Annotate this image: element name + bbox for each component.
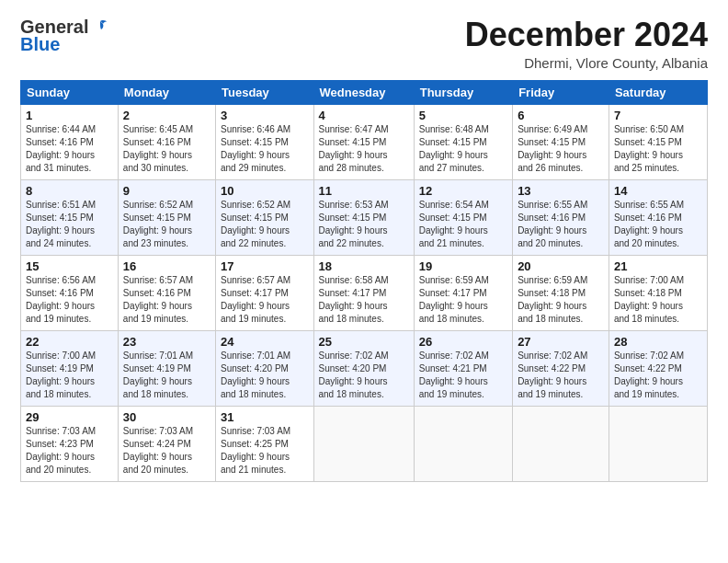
day-info: Sunrise: 6:55 AM Sunset: 4:16 PM Dayligh… <box>614 199 702 250</box>
day-number: 21 <box>614 259 702 273</box>
day-info: Sunrise: 6:58 AM Sunset: 4:17 PM Dayligh… <box>319 274 409 326</box>
calendar-cell: 22Sunrise: 7:00 AM Sunset: 4:19 PM Dayli… <box>21 330 119 406</box>
day-number: 12 <box>419 184 507 198</box>
calendar-cell: 9Sunrise: 6:52 AM Sunset: 4:15 PM Daylig… <box>118 179 215 255</box>
calendar-header-row: SundayMondayTuesdayWednesdayThursdayFrid… <box>21 80 708 104</box>
logo-bird-icon <box>90 17 110 38</box>
day-number: 29 <box>26 410 113 424</box>
day-info: Sunrise: 6:54 AM Sunset: 4:15 PM Dayligh… <box>419 199 507 250</box>
calendar-week-4: 22Sunrise: 7:00 AM Sunset: 4:19 PM Dayli… <box>21 330 708 406</box>
day-info: Sunrise: 7:00 AM Sunset: 4:18 PM Dayligh… <box>614 274 702 326</box>
day-info: Sunrise: 7:02 AM Sunset: 4:22 PM Dayligh… <box>614 350 702 401</box>
calendar-header-monday: Monday <box>118 80 215 104</box>
day-number: 31 <box>221 410 309 424</box>
day-info: Sunrise: 6:47 AM Sunset: 4:15 PM Dayligh… <box>319 123 409 175</box>
day-info: Sunrise: 7:03 AM Sunset: 4:24 PM Dayligh… <box>123 425 210 477</box>
calendar-cell: 29Sunrise: 7:03 AM Sunset: 4:23 PM Dayli… <box>21 406 119 481</box>
calendar-cell: 16Sunrise: 6:57 AM Sunset: 4:16 PM Dayli… <box>118 255 215 330</box>
day-number: 25 <box>319 335 409 349</box>
day-info: Sunrise: 7:00 AM Sunset: 4:19 PM Dayligh… <box>26 350 113 401</box>
calendar-cell: 14Sunrise: 6:55 AM Sunset: 4:16 PM Dayli… <box>609 179 707 255</box>
calendar-cell <box>313 406 414 481</box>
day-number: 26 <box>419 335 507 349</box>
day-info: Sunrise: 7:01 AM Sunset: 4:19 PM Dayligh… <box>123 350 210 401</box>
calendar-cell: 25Sunrise: 7:02 AM Sunset: 4:20 PM Dayli… <box>313 330 414 406</box>
day-number: 15 <box>26 259 113 273</box>
day-number: 23 <box>123 335 210 349</box>
calendar-body: 1Sunrise: 6:44 AM Sunset: 4:16 PM Daylig… <box>21 104 708 481</box>
calendar-week-2: 8Sunrise: 6:51 AM Sunset: 4:15 PM Daylig… <box>21 179 708 255</box>
day-info: Sunrise: 6:49 AM Sunset: 4:15 PM Dayligh… <box>518 123 604 175</box>
calendar-header-sunday: Sunday <box>21 80 119 104</box>
calendar-cell: 26Sunrise: 7:02 AM Sunset: 4:21 PM Dayli… <box>414 330 512 406</box>
day-info: Sunrise: 6:52 AM Sunset: 4:15 PM Dayligh… <box>221 199 309 250</box>
calendar-header-saturday: Saturday <box>609 80 707 104</box>
calendar-header-wednesday: Wednesday <box>313 80 414 104</box>
day-number: 30 <box>123 410 210 424</box>
day-info: Sunrise: 6:56 AM Sunset: 4:16 PM Dayligh… <box>26 274 113 326</box>
calendar-cell: 12Sunrise: 6:54 AM Sunset: 4:15 PM Dayli… <box>414 179 512 255</box>
day-number: 17 <box>221 259 309 273</box>
day-number: 13 <box>518 184 604 198</box>
day-info: Sunrise: 6:55 AM Sunset: 4:16 PM Dayligh… <box>518 199 604 250</box>
day-number: 10 <box>221 184 309 198</box>
calendar-cell: 11Sunrise: 6:53 AM Sunset: 4:15 PM Dayli… <box>313 179 414 255</box>
calendar-cell: 3Sunrise: 6:46 AM Sunset: 4:15 PM Daylig… <box>216 104 314 179</box>
day-info: Sunrise: 6:51 AM Sunset: 4:15 PM Dayligh… <box>26 199 113 250</box>
day-info: Sunrise: 6:44 AM Sunset: 4:16 PM Dayligh… <box>26 123 113 175</box>
page: General Blue December 2024 Dhermi, Vlore… <box>0 0 728 493</box>
calendar-cell: 8Sunrise: 6:51 AM Sunset: 4:15 PM Daylig… <box>21 179 119 255</box>
day-number: 16 <box>123 259 210 273</box>
day-info: Sunrise: 7:03 AM Sunset: 4:23 PM Dayligh… <box>26 425 113 477</box>
calendar-cell: 6Sunrise: 6:49 AM Sunset: 4:15 PM Daylig… <box>513 104 609 179</box>
calendar-cell: 21Sunrise: 7:00 AM Sunset: 4:18 PM Dayli… <box>609 255 707 330</box>
day-number: 22 <box>26 335 113 349</box>
day-number: 20 <box>518 259 604 273</box>
calendar-header-tuesday: Tuesday <box>216 80 314 104</box>
day-number: 2 <box>123 109 210 122</box>
day-number: 7 <box>614 109 702 122</box>
day-info: Sunrise: 6:48 AM Sunset: 4:15 PM Dayligh… <box>419 123 507 175</box>
day-info: Sunrise: 6:52 AM Sunset: 4:15 PM Dayligh… <box>123 199 210 250</box>
calendar-cell: 27Sunrise: 7:02 AM Sunset: 4:22 PM Dayli… <box>513 330 609 406</box>
day-number: 5 <box>419 109 507 122</box>
day-info: Sunrise: 6:57 AM Sunset: 4:17 PM Dayligh… <box>221 274 309 326</box>
calendar-cell: 5Sunrise: 6:48 AM Sunset: 4:15 PM Daylig… <box>414 104 512 179</box>
calendar-cell: 13Sunrise: 6:55 AM Sunset: 4:16 PM Dayli… <box>513 179 609 255</box>
logo-blue: Blue <box>20 34 60 55</box>
calendar-cell: 1Sunrise: 6:44 AM Sunset: 4:16 PM Daylig… <box>21 104 119 179</box>
calendar-cell: 7Sunrise: 6:50 AM Sunset: 4:15 PM Daylig… <box>609 104 707 179</box>
day-number: 27 <box>518 335 604 349</box>
calendar-cell: 28Sunrise: 7:02 AM Sunset: 4:22 PM Dayli… <box>609 330 707 406</box>
calendar-cell: 20Sunrise: 6:59 AM Sunset: 4:18 PM Dayli… <box>513 255 609 330</box>
day-info: Sunrise: 6:50 AM Sunset: 4:15 PM Dayligh… <box>614 123 702 175</box>
day-number: 14 <box>614 184 702 198</box>
calendar-cell: 30Sunrise: 7:03 AM Sunset: 4:24 PM Dayli… <box>118 406 215 481</box>
calendar-cell <box>414 406 512 481</box>
calendar-cell: 4Sunrise: 6:47 AM Sunset: 4:15 PM Daylig… <box>313 104 414 179</box>
day-info: Sunrise: 7:02 AM Sunset: 4:22 PM Dayligh… <box>518 350 604 401</box>
calendar-cell <box>513 406 609 481</box>
calendar-header-thursday: Thursday <box>414 80 512 104</box>
day-number: 24 <box>221 335 309 349</box>
calendar-cell: 24Sunrise: 7:01 AM Sunset: 4:20 PM Dayli… <box>216 330 314 406</box>
logo: General Blue <box>20 17 110 55</box>
day-number: 3 <box>221 109 309 122</box>
day-info: Sunrise: 6:57 AM Sunset: 4:16 PM Dayligh… <box>123 274 210 326</box>
calendar: SundayMondayTuesdayWednesdayThursdayFrid… <box>20 80 708 482</box>
calendar-week-3: 15Sunrise: 6:56 AM Sunset: 4:16 PM Dayli… <box>21 255 708 330</box>
calendar-header-friday: Friday <box>513 80 609 104</box>
calendar-cell: 23Sunrise: 7:01 AM Sunset: 4:19 PM Dayli… <box>118 330 215 406</box>
calendar-cell: 10Sunrise: 6:52 AM Sunset: 4:15 PM Dayli… <box>216 179 314 255</box>
calendar-week-1: 1Sunrise: 6:44 AM Sunset: 4:16 PM Daylig… <box>21 104 708 179</box>
subtitle: Dhermi, Vlore County, Albania <box>465 55 708 71</box>
calendar-cell: 31Sunrise: 7:03 AM Sunset: 4:25 PM Dayli… <box>216 406 314 481</box>
day-info: Sunrise: 6:59 AM Sunset: 4:17 PM Dayligh… <box>419 274 507 326</box>
day-info: Sunrise: 6:46 AM Sunset: 4:15 PM Dayligh… <box>221 123 309 175</box>
calendar-cell: 15Sunrise: 6:56 AM Sunset: 4:16 PM Dayli… <box>21 255 119 330</box>
day-number: 11 <box>319 184 409 198</box>
header: General Blue December 2024 Dhermi, Vlore… <box>20 17 708 71</box>
day-info: Sunrise: 6:53 AM Sunset: 4:15 PM Dayligh… <box>319 199 409 250</box>
calendar-cell <box>609 406 707 481</box>
day-info: Sunrise: 6:59 AM Sunset: 4:18 PM Dayligh… <box>518 274 604 326</box>
